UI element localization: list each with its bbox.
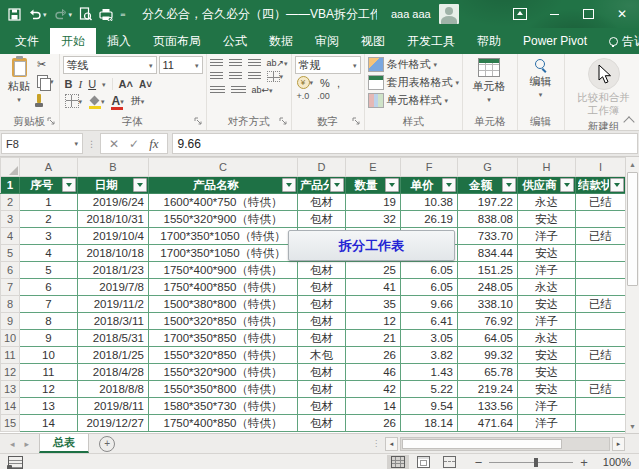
print-preview-icon[interactable] — [79, 7, 92, 21]
percent-style-button[interactable]: % — [320, 77, 330, 89]
cell[interactable]: 洋子 — [518, 398, 576, 415]
cell[interactable]: 7 — [20, 296, 78, 313]
ribbon-tab-3[interactable]: 插入 — [96, 28, 142, 54]
cell[interactable]: 1500*380*800（特供） — [149, 296, 298, 313]
cell[interactable] — [576, 245, 626, 262]
italic-button[interactable]: I — [78, 78, 82, 90]
ribbon-tab-1[interactable]: 文件 — [4, 28, 50, 54]
cell[interactable]: 已结 — [576, 228, 626, 245]
ribbon-tab-11[interactable]: Power Pivot — [512, 28, 598, 54]
cell[interactable]: 76.92 — [458, 313, 518, 330]
split-worksheet-button[interactable]: 拆分工作表 — [288, 230, 455, 261]
column-header-I[interactable]: I — [576, 158, 626, 177]
scroll-down-icon[interactable]: ▼ — [626, 419, 639, 433]
undo-dropdown-icon[interactable]: ▾ — [43, 11, 47, 18]
ribbon-tab-5[interactable]: 公式 — [212, 28, 258, 54]
table-header-cell[interactable]: 产品名称 — [149, 177, 298, 194]
cell[interactable]: 已结 — [576, 347, 626, 364]
cell[interactable]: 5 — [20, 262, 78, 279]
cell[interactable] — [576, 211, 626, 228]
select-all-corner[interactable] — [1, 158, 20, 177]
account-name[interactable]: aaa aaa — [391, 8, 431, 20]
cell[interactable]: 包材 — [298, 279, 346, 296]
increase-decimal-button[interactable]: +.0 — [297, 91, 310, 101]
cell[interactable]: 1750*400*850（特供） — [149, 279, 298, 296]
row-header[interactable]: 10 — [1, 330, 20, 347]
cell[interactable]: 3 — [20, 228, 78, 245]
font-name-select[interactable]: 等线▾ — [63, 56, 157, 74]
cell[interactable]: 3.05 — [401, 330, 458, 347]
vertical-scroll-thumb[interactable] — [627, 172, 638, 286]
cell[interactable]: 6.05 — [401, 279, 458, 296]
cells-button[interactable]: 单元格 ▾ — [468, 56, 511, 105]
scroll-left-icon[interactable]: ◂ — [385, 437, 398, 451]
column-header-B[interactable]: B — [78, 158, 149, 177]
row-header[interactable]: 8 — [1, 296, 20, 313]
cell[interactable]: 2018/10/18 — [78, 245, 149, 262]
editing-button[interactable]: 编辑 ▾ — [525, 56, 557, 100]
align-middle-icon[interactable] — [229, 59, 242, 68]
borders-button[interactable]: ▾ — [65, 94, 83, 108]
cell[interactable]: 2018/1/25 — [78, 347, 149, 364]
cell[interactable]: 12 — [20, 381, 78, 398]
cell[interactable]: 2018/8/8 — [78, 381, 149, 398]
horizontal-scrollbar[interactable]: ⋮ ◂ ▸ — [372, 434, 625, 453]
copy-button[interactable]: ▾ — [35, 73, 56, 90]
cell[interactable]: 64.05 — [458, 330, 518, 347]
ribbon-tab-10[interactable]: 帮助 — [466, 28, 512, 54]
horizontal-scroll-thumb[interactable] — [402, 439, 562, 449]
ribbon-tab-12[interactable]: 告诉我 — [598, 28, 639, 54]
cell[interactable]: 2019/8/11 — [78, 398, 149, 415]
cell[interactable]: 10.38 — [401, 194, 458, 211]
table-header-cell[interactable]: 日期 — [78, 177, 149, 194]
cell[interactable]: 8 — [20, 313, 78, 330]
cell[interactable]: 2019/6/24 — [78, 194, 149, 211]
cell[interactable]: 1700*350*850（特供） — [149, 330, 298, 347]
cell[interactable]: 包材 — [298, 313, 346, 330]
cell[interactable]: 133.56 — [458, 398, 518, 415]
zoom-in-button[interactable]: + — [580, 456, 588, 469]
align-top-icon[interactable] — [210, 59, 223, 68]
minimize-icon[interactable] — [537, 0, 571, 28]
cell[interactable]: 1550*320*900（特供） — [149, 364, 298, 381]
table-header-cell[interactable]: 金额 — [458, 177, 518, 194]
phonetic-guide-button[interactable]: 拼▾ — [131, 94, 145, 108]
cell[interactable]: 46 — [346, 364, 401, 381]
formula-bar-resize-handle[interactable]: ⋮ — [87, 139, 96, 149]
close-icon[interactable]: ✕ — [605, 0, 639, 28]
column-header-A[interactable]: A — [20, 158, 78, 177]
align-center-icon[interactable] — [229, 72, 242, 81]
ribbon-tab-9[interactable]: 开发工具 — [396, 28, 466, 54]
row-header[interactable]: 7 — [1, 279, 20, 296]
record-macro-icon[interactable] — [8, 456, 23, 469]
zoom-level[interactable]: 100% — [603, 456, 631, 468]
number-format-select[interactable]: 常规▾ — [295, 56, 361, 74]
cancel-entry-icon[interactable]: ✕ — [109, 137, 119, 151]
cell[interactable]: 2018/4/28 — [78, 364, 149, 381]
increase-font-size-button[interactable]: A˄ — [119, 78, 133, 90]
undo-icon[interactable]: ▾ — [28, 8, 47, 20]
merge-center-button[interactable]: ▾ — [267, 71, 284, 82]
column-header-D[interactable]: D — [298, 158, 346, 177]
cell[interactable]: 包材 — [298, 330, 346, 347]
cell[interactable]: 包材 — [298, 398, 346, 415]
normal-view-button[interactable] — [387, 455, 409, 469]
table-header-cell[interactable]: 数量 — [346, 177, 401, 194]
cell[interactable]: 1580*350*730（特供） — [149, 398, 298, 415]
underline-button[interactable]: U — [88, 78, 96, 90]
number-dialog-launcher-icon[interactable] — [352, 115, 360, 127]
table-header-cell[interactable]: 序号 — [20, 177, 78, 194]
cell[interactable]: 9 — [20, 330, 78, 347]
row-header[interactable]: 4 — [1, 228, 20, 245]
cell[interactable]: 151.25 — [458, 262, 518, 279]
cell[interactable] — [576, 262, 626, 279]
column-header-C[interactable]: C — [149, 158, 298, 177]
filter-button[interactable] — [385, 178, 399, 192]
sheet-tab-summary[interactable]: 总表 — [39, 434, 89, 453]
font-color-button[interactable]: A▾ — [112, 95, 124, 107]
cell[interactable]: 2019/12/27 — [78, 415, 149, 432]
cell[interactable]: 2018/1/23 — [78, 262, 149, 279]
filter-button[interactable] — [282, 178, 296, 192]
cell[interactable]: 6.05 — [401, 262, 458, 279]
font-dialog-launcher-icon[interactable] — [194, 115, 202, 127]
